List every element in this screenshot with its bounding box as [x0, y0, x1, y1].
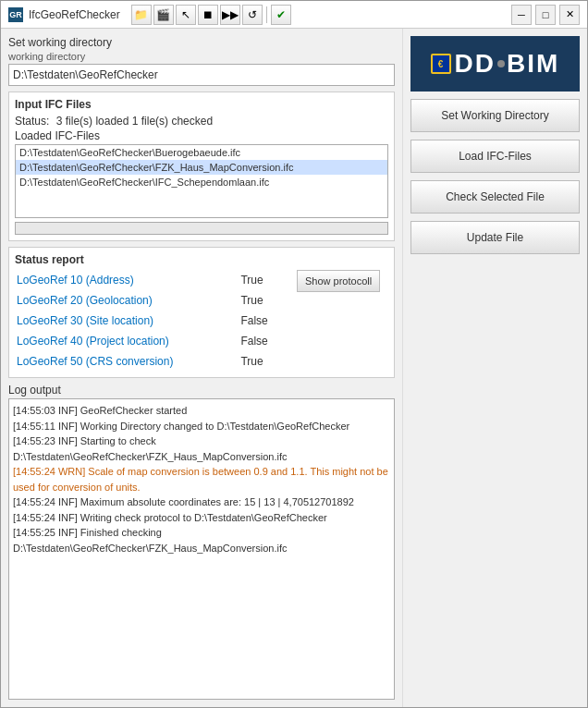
working-directory-section: Set working directory working directory: [8, 36, 395, 86]
file-item-2[interactable]: D:\Testdaten\GeoRefChecker\FZK_Haus_MapC…: [16, 160, 387, 175]
status-label-4: LoGeoRef 50 (CRS conversion): [15, 351, 239, 372]
file-item-3[interactable]: D:\Testdaten\GeoRefChecker\IFC_Schependo…: [16, 175, 387, 189]
status-prefix: Status:: [15, 115, 49, 128]
toolbar-btn-stop[interactable]: ⏹: [198, 5, 218, 25]
eu-logo: €: [431, 54, 451, 74]
status-report-table: LoGeoRef 10 (Address) True Show protocol…: [15, 270, 388, 372]
logo-bim: BIM: [507, 49, 559, 79]
loaded-files-label: Loaded IFC-Files: [15, 129, 388, 142]
logo-box: € DD BIM: [410, 36, 580, 92]
log-output-section: Log output [14:55:03 INF] GeoRefChecker …: [8, 384, 395, 700]
ifc-files-section: Input IFC Files Status: 3 file(s) loaded…: [8, 92, 395, 241]
working-directory-section-title: Set working directory: [8, 36, 395, 49]
file-list: D:\Testdaten\GeoRefChecker\Buerogebaeude…: [15, 144, 388, 218]
log-entry-6: [14:55:25 INF] Finished checking D:\Test…: [13, 525, 390, 555]
status-value: 3 file(s) loaded 1 file(s) checked: [56, 115, 213, 128]
load-ifc-files-button[interactable]: Load IFC-Files: [410, 140, 580, 173]
title-bar-left: GR IfcGeoRefChecker: [8, 7, 120, 22]
status-value-2: False: [239, 311, 295, 331]
logo-dot1: [497, 60, 505, 67]
status-row-0: LoGeoRef 10 (Address) True Show protocol…: [15, 270, 388, 290]
toolbar-btn-check[interactable]: ✔: [271, 5, 291, 25]
toolbar-btn-forward[interactable]: ▶▶: [220, 5, 240, 25]
main-window: GR IfcGeoRefChecker 📁 🎬 ↖ ⏹ ▶▶ ↺ ✔ ─ □ ✕…: [0, 0, 588, 708]
toolbar: 📁 🎬 ↖ ⏹ ▶▶ ↺ ✔: [128, 2, 511, 28]
update-file-button[interactable]: Update File: [410, 221, 580, 254]
log-entry-1: [14:55:11 INF] Working Directory changed…: [13, 419, 390, 434]
status-label-3: LoGeoRef 40 (Project location): [15, 331, 239, 351]
status-value-4: True: [239, 351, 295, 372]
working-directory-input[interactable]: [8, 64, 395, 86]
log-entry-4: [14:55:24 INF] Maximum absolute coordina…: [13, 494, 390, 510]
minimize-button[interactable]: ─: [511, 5, 532, 25]
working-directory-field-label: working directory: [8, 51, 395, 62]
progress-bar-container: [15, 222, 388, 235]
left-panel: Set working directory working directory …: [1, 29, 402, 707]
ifc-files-title: Input IFC Files: [15, 98, 388, 111]
log-entry-0: [14:55:03 INF] GeoRefChecker started: [13, 403, 390, 419]
app-icon: GR: [8, 7, 23, 22]
content-area: Set working directory working directory …: [1, 29, 587, 707]
set-working-directory-button[interactable]: Set Working Directory: [410, 99, 580, 132]
right-panel: € DD BIM Set Working Directory Load IFC-…: [402, 29, 587, 707]
status-label-1: LoGeoRef 20 (Geolocation): [15, 290, 239, 311]
status-value-3: False: [239, 331, 295, 351]
status-report-title: Status report: [15, 253, 388, 266]
window-controls: ─ □ ✕: [511, 5, 580, 25]
status-label-0: LoGeoRef 10 (Address): [15, 270, 239, 290]
toolbar-btn-video[interactable]: 🎬: [153, 5, 174, 25]
status-value-0: True: [239, 270, 295, 290]
toolbar-btn-cursor[interactable]: ↖: [176, 5, 196, 25]
log-entry-2: [14:55:23 INF] Starting to check D:\Test…: [13, 433, 390, 464]
toolbar-btn-refresh[interactable]: ↺: [242, 5, 263, 25]
maximize-button[interactable]: □: [535, 5, 556, 25]
toolbar-btn-folder[interactable]: 📁: [131, 5, 152, 25]
log-entry-3: [14:55:24 WRN] Scale of map conversion i…: [13, 464, 390, 494]
log-box: [14:55:03 INF] GeoRefChecker started [14…: [8, 398, 395, 700]
log-entry-5: [14:55:24 INF] Writing check protocol to…: [13, 510, 390, 526]
ifc-files-status: Status: 3 file(s) loaded 1 file(s) check…: [15, 115, 388, 128]
check-selected-file-button[interactable]: Check Selected File: [410, 180, 580, 214]
status-label-2: LoGeoRef 30 (Site location): [15, 311, 239, 331]
title-bar: GR IfcGeoRefChecker 📁 🎬 ↖ ⏹ ▶▶ ↺ ✔ ─ □ ✕: [1, 1, 587, 29]
status-value-1: True: [239, 290, 295, 311]
toolbar-separator: [266, 6, 267, 23]
show-protocol-button[interactable]: Show protocoll: [297, 270, 380, 292]
close-button[interactable]: ✕: [559, 5, 580, 25]
file-item-1[interactable]: D:\Testdaten\GeoRefChecker\Buerogebaeude…: [16, 145, 387, 160]
window-title: IfcGeoRefChecker: [29, 8, 120, 21]
log-output-title: Log output: [8, 384, 395, 397]
logo-text: DD: [455, 49, 496, 79]
status-report-section: Status report LoGeoRef 10 (Address) True…: [8, 247, 395, 378]
